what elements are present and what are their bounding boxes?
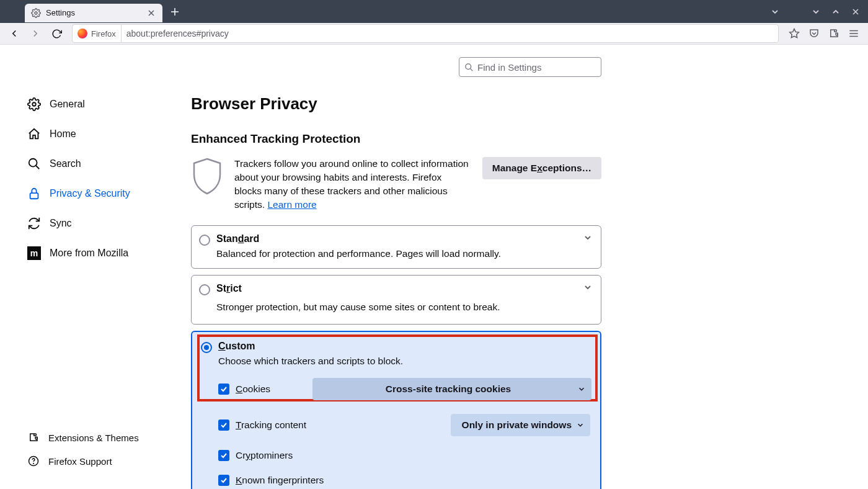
svg-point-2: [32, 102, 36, 106]
chevron-up-icon[interactable]: [827, 3, 844, 20]
checkbox-tracking-content[interactable]: [218, 419, 229, 431]
sidebar-item-label: Search: [50, 158, 81, 169]
window-close-icon[interactable]: [847, 3, 864, 20]
navigation-toolbar: Firefox about:preferences#privacy: [0, 23, 868, 45]
svg-point-6: [33, 463, 34, 464]
reload-button[interactable]: [47, 24, 66, 43]
search-icon: [464, 63, 474, 72]
sidebar-item-general[interactable]: General: [27, 89, 191, 119]
url-bar[interactable]: Firefox about:preferences#privacy: [72, 24, 779, 43]
learn-more-link[interactable]: Learn more: [267, 199, 316, 210]
chevron-down-icon: [577, 421, 584, 429]
identity-label: Firefox: [91, 29, 116, 38]
browser-tab[interactable]: Settings: [25, 4, 162, 22]
chevron-down-icon[interactable]: [583, 283, 592, 292]
shield-icon: [191, 157, 223, 195]
tab-title: Settings: [46, 8, 141, 17]
option-title: Custom: [218, 341, 255, 352]
sidebar-item-privacy[interactable]: Privacy & Security: [27, 179, 191, 209]
home-icon: [27, 127, 41, 141]
option-description: Balanced for protection and performance.…: [216, 248, 591, 259]
radio-standard[interactable]: [199, 235, 210, 246]
window-titlebar: Settings: [0, 0, 868, 23]
checkbox-fingerprinters[interactable]: [218, 475, 229, 486]
app-menu-icon[interactable]: [844, 24, 863, 43]
checkbox-cookies[interactable]: [218, 384, 229, 395]
etp-option-standard[interactable]: Standard Balanced for protection and per…: [191, 225, 601, 269]
radio-custom[interactable]: [201, 342, 212, 353]
cookies-select[interactable]: Cross-site tracking cookies: [312, 378, 591, 400]
settings-search[interactable]: [459, 57, 601, 77]
sidebar-item-home[interactable]: Home: [27, 119, 191, 149]
sidebar-item-label: More from Mozilla: [50, 248, 128, 259]
sidebar-item-extensions[interactable]: Extensions & Themes: [27, 426, 151, 449]
radio-strict[interactable]: [199, 284, 210, 295]
chevron-down-icon: [578, 385, 585, 393]
svg-point-0: [35, 12, 37, 14]
etp-option-strict[interactable]: Strict Stronger protection, but may caus…: [191, 275, 601, 325]
window-controls: [766, 0, 864, 23]
tabs-dropdown-icon[interactable]: [766, 3, 784, 20]
section-title: Enhanced Tracking Protection: [191, 132, 601, 146]
search-input[interactable]: [477, 62, 596, 73]
settings-main: Browser Privacy Enhanced Tracking Protec…: [191, 45, 868, 489]
svg-rect-4: [30, 193, 38, 199]
gear-icon: [27, 97, 41, 111]
sync-icon: [27, 217, 41, 230]
chevron-down-icon[interactable]: [583, 233, 592, 242]
fingerprinters-label: Known fingerprinters: [236, 475, 324, 486]
bookmark-star-icon[interactable]: [785, 24, 804, 43]
search-icon: [27, 157, 41, 171]
close-icon[interactable]: [146, 8, 156, 18]
etp-option-custom[interactable]: Custom Choose which trackers and scripts…: [191, 331, 601, 489]
new-tab-button[interactable]: [166, 3, 184, 20]
forward-button[interactable]: [26, 24, 45, 43]
url-text: about:preferences#privacy: [122, 29, 229, 38]
svg-point-7: [466, 63, 471, 69]
cryptominers-label: Cryptominers: [236, 450, 293, 461]
sidebar-item-support[interactable]: Firefox Support: [27, 449, 151, 473]
sidebar-item-label: Home: [50, 128, 76, 140]
svg-point-3: [29, 159, 37, 167]
chevron-down-icon[interactable]: [807, 3, 825, 20]
option-title: Standard: [216, 233, 259, 244]
gear-icon: [31, 8, 41, 18]
lock-icon: [27, 187, 41, 200]
site-identity[interactable]: Firefox: [73, 25, 122, 42]
sidebar-item-label: Sync: [50, 218, 72, 229]
option-description: Stronger protection, but may cause some …: [216, 302, 591, 313]
sidebar-item-more-mozilla[interactable]: m More from Mozilla: [27, 238, 191, 268]
sidebar-item-label: Firefox Support: [48, 456, 112, 467]
option-description: Choose which trackers and scripts to blo…: [218, 356, 590, 367]
tracking-content-label: Tracking content: [236, 419, 306, 431]
sidebar-item-label: Privacy & Security: [50, 188, 130, 199]
sidebar-item-sync[interactable]: Sync: [27, 209, 191, 238]
page-title: Browser Privacy: [191, 94, 601, 114]
back-button[interactable]: [5, 24, 24, 43]
pocket-icon[interactable]: [805, 24, 823, 43]
option-title: Strict: [216, 283, 242, 294]
settings-sidebar: General Home Search Privacy & Security S…: [0, 45, 191, 489]
firefox-logo-icon: [78, 29, 87, 38]
puzzle-icon: [27, 431, 40, 444]
sidebar-item-label: Extensions & Themes: [48, 433, 139, 443]
sidebar-item-search[interactable]: Search: [27, 149, 191, 179]
etp-description: Trackers follow you around online to col…: [234, 157, 471, 212]
cookies-label: Cookies: [236, 384, 270, 395]
mozilla-icon: m: [27, 246, 41, 260]
sidebar-item-label: General: [50, 99, 85, 110]
svg-marker-1: [790, 29, 799, 38]
extensions-icon[interactable]: [825, 24, 843, 43]
tracking-content-select[interactable]: Only in private windows: [451, 414, 590, 436]
checkbox-cryptominers[interactable]: [218, 450, 229, 461]
help-icon: [27, 455, 40, 467]
manage-exceptions-button[interactable]: Manage Exceptions…: [482, 157, 601, 179]
